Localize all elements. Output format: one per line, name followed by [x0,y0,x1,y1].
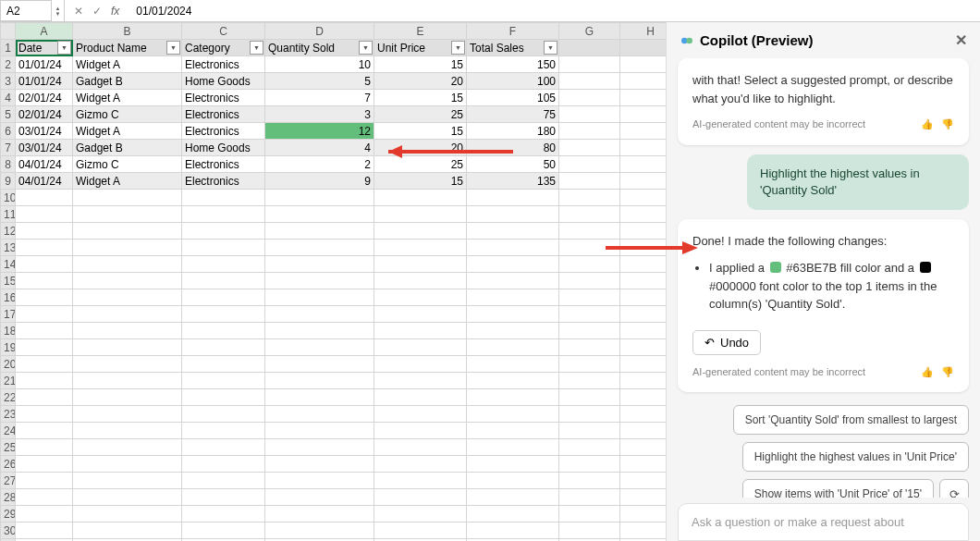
filter-icon[interactable]: ▼ [359,41,373,55]
col-header-G[interactable]: G [559,23,620,40]
cell[interactable]: 15 [374,173,467,190]
cell[interactable]: Electronics [182,173,265,190]
cell[interactable]: 20 [374,140,467,156]
col-header-H[interactable]: H [620,23,667,40]
row-header[interactable]: 22 [1,389,16,406]
cell[interactable]: 15 [374,90,467,106]
cell[interactable]: 2 [265,156,374,173]
formula-input[interactable]: 01/01/2024 [129,5,980,18]
thumbs-up-icon[interactable]: 👍 [921,364,934,380]
row-header[interactable]: 18 [1,323,16,339]
cell[interactable]: 105 [467,90,559,106]
row-header[interactable]: 17 [1,306,16,323]
col-header-E[interactable]: E [374,23,467,40]
cell[interactable]: 01/01/24 [16,73,73,90]
row-header[interactable]: 6 [1,123,16,140]
header-qty[interactable]: Quantity Sold▼ [265,40,374,56]
cell[interactable]: 12 [265,123,374,140]
header-total[interactable]: Total Sales▼ [467,40,559,56]
cell[interactable]: Electronics [182,123,265,140]
cell[interactable]: Gadget B [73,140,182,156]
header-category[interactable]: Category▼ [182,40,265,56]
cell[interactable]: 7 [265,90,374,106]
cell[interactable]: Home Goods [182,140,265,156]
row-header[interactable]: 14 [1,256,16,273]
row-header[interactable]: 20 [1,356,16,373]
row-header[interactable]: 2 [1,56,16,73]
cell[interactable]: 04/01/24 [16,156,73,173]
row-header[interactable]: 12 [1,223,16,240]
row-header[interactable]: 24 [1,423,16,439]
cell[interactable]: Widget A [73,56,182,73]
cell[interactable]: 04/01/24 [16,173,73,190]
filter-icon[interactable]: ▼ [166,41,180,55]
cell[interactable]: 15 [374,56,467,73]
header-price[interactable]: Unit Price▼ [374,40,467,56]
row-header[interactable]: 4 [1,90,16,106]
cell[interactable]: Electronics [182,56,265,73]
name-box[interactable]: A2 [0,0,52,21]
cell[interactable]: 180 [467,123,559,140]
col-header-F[interactable]: F [467,23,559,40]
cell[interactable]: 5 [265,73,374,90]
suggestion-button[interactable]: Highlight the highest values in 'Unit Pr… [742,442,969,472]
filter-icon[interactable]: ▼ [250,41,263,55]
suggestion-button[interactable]: Show items with 'Unit Price' of '15' [742,479,934,498]
cell[interactable]: 25 [374,106,467,123]
row-header[interactable]: 8 [1,156,16,173]
row-header[interactable]: 11 [1,206,16,223]
cell[interactable]: Home Goods [182,73,265,90]
col-header-B[interactable]: B [73,23,182,40]
cell[interactable]: Electronics [182,156,265,173]
cell[interactable]: 10 [265,56,374,73]
col-header-C[interactable]: C [182,23,265,40]
thumbs-up-icon[interactable]: 👍 [921,117,934,132]
row-header[interactable]: 9 [1,173,16,190]
undo-button[interactable]: ↶ Undo [692,330,761,355]
row-header[interactable]: 29 [1,506,16,523]
row-header[interactable]: 30 [1,523,16,539]
cell[interactable]: 4 [265,140,374,156]
row-header[interactable]: 21 [1,373,16,389]
thumbs-down-icon[interactable]: 👎 [941,364,954,380]
spreadsheet[interactable]: A B C D E F G H 1 Date▼ Product Name▼ Ca… [0,22,666,541]
cell[interactable]: 01/01/24 [16,56,73,73]
cell[interactable]: Electronics [182,90,265,106]
row-header[interactable]: 7 [1,140,16,156]
row-header[interactable]: 3 [1,73,16,90]
cell[interactable]: 50 [467,156,559,173]
row-header[interactable]: 15 [1,273,16,289]
cell[interactable]: Widget A [73,123,182,140]
cell[interactable]: 02/01/24 [16,90,73,106]
cell[interactable]: Gizmo C [73,106,182,123]
cell[interactable]: 25 [374,156,467,173]
cell[interactable]: Gizmo C [73,156,182,173]
ask-input[interactable]: Ask a question or make a request about [678,503,969,541]
cancel-icon[interactable]: ✕ [74,5,83,18]
row-header[interactable]: 13 [1,240,16,256]
row-header[interactable]: 25 [1,439,16,456]
col-header-D[interactable]: D [265,23,374,40]
cell[interactable]: Electronics [182,106,265,123]
cell[interactable]: 9 [265,173,374,190]
confirm-icon[interactable]: ✓ [92,5,102,18]
cell[interactable]: 80 [467,140,559,156]
close-icon[interactable]: ✕ [955,31,967,49]
cell[interactable]: 135 [467,173,559,190]
row-header[interactable]: 19 [1,339,16,356]
row-header[interactable]: 23 [1,406,16,423]
fx-icon[interactable]: fx [111,5,119,18]
filter-icon[interactable]: ▼ [451,41,465,55]
cell[interactable]: 3 [265,106,374,123]
refresh-icon[interactable]: ⟳ [939,479,969,498]
cell[interactable]: Widget A [73,90,182,106]
row-header[interactable]: 5 [1,106,16,123]
row-header[interactable]: 16 [1,289,16,306]
cell[interactable]: Widget A [73,173,182,190]
row-header[interactable]: 10 [1,190,16,206]
row-header[interactable]: 27 [1,473,16,489]
row-header[interactable]: 1 [1,40,16,56]
cell[interactable]: 02/01/24 [16,106,73,123]
filter-icon[interactable]: ▼ [57,41,71,55]
cell[interactable]: 20 [374,73,467,90]
